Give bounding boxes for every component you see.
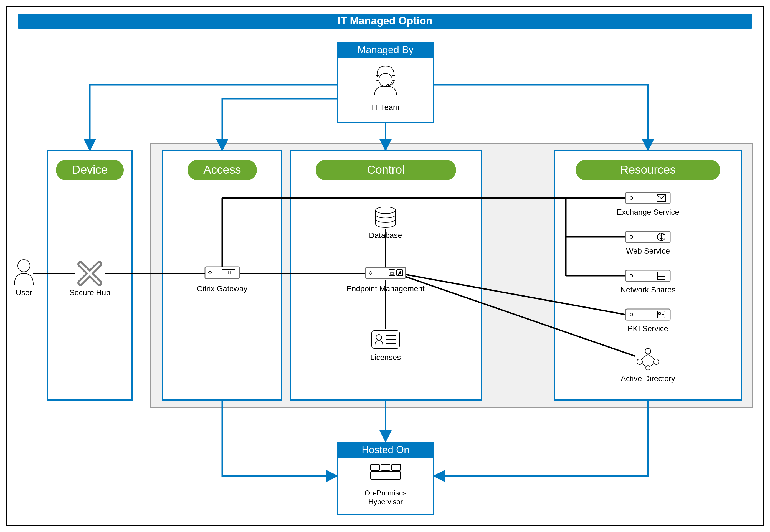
outer-border: IT Managed Option Managed By IT Team	[6, 6, 764, 526]
control-pill-label: Control	[367, 163, 404, 176]
it-team-label: IT Team	[372, 103, 399, 112]
managed-by-box: Managed By IT Team	[338, 42, 433, 123]
hosted-on-line1: On-Premises	[364, 489, 407, 497]
diagram-svg: IT Managed Option Managed By IT Team	[7, 7, 763, 525]
pki-service-label: PKI Service	[628, 324, 668, 333]
svg-point-21	[18, 260, 30, 272]
exchange-service-label: Exchange Service	[617, 208, 679, 216]
citrix-gateway-label: Citrix Gateway	[197, 284, 247, 293]
hosted-on-box: Hosted On On-Premises Hypervisor	[338, 442, 433, 514]
licenses-label: Licenses	[370, 353, 401, 362]
diagram-root: IT Managed Option Managed By IT Team	[0, 0, 770, 532]
user-node: User	[14, 260, 33, 297]
managed-by-header: Managed By	[358, 44, 414, 55]
user-label: User	[16, 288, 32, 297]
hosted-on-line2: Hypervisor	[368, 498, 403, 506]
title-bar: IT Managed Option	[18, 14, 752, 29]
active-directory-label: Active Directory	[621, 374, 675, 383]
access-pill-label: Access	[203, 163, 241, 176]
arrow-managed-to-device	[90, 85, 338, 150]
hosted-on-header: Hosted On	[362, 444, 409, 455]
arrow-managed-to-resources	[433, 85, 648, 150]
title-text: IT Managed Option	[338, 15, 432, 27]
svg-rect-30	[366, 267, 406, 278]
arrow-access-to-hosted	[222, 400, 337, 476]
resources-pill-label: Resources	[620, 163, 676, 176]
gateway-icon	[205, 267, 239, 278]
endpoint-mgmt-icon	[366, 267, 406, 278]
network-shares-label: Network Shares	[620, 285, 675, 294]
web-service-label: Web Service	[626, 247, 670, 255]
arrow-resources-to-hosted	[434, 400, 648, 476]
device-pill-label: Device	[72, 163, 108, 176]
secure-hub-label: Secure Hub	[69, 288, 110, 297]
